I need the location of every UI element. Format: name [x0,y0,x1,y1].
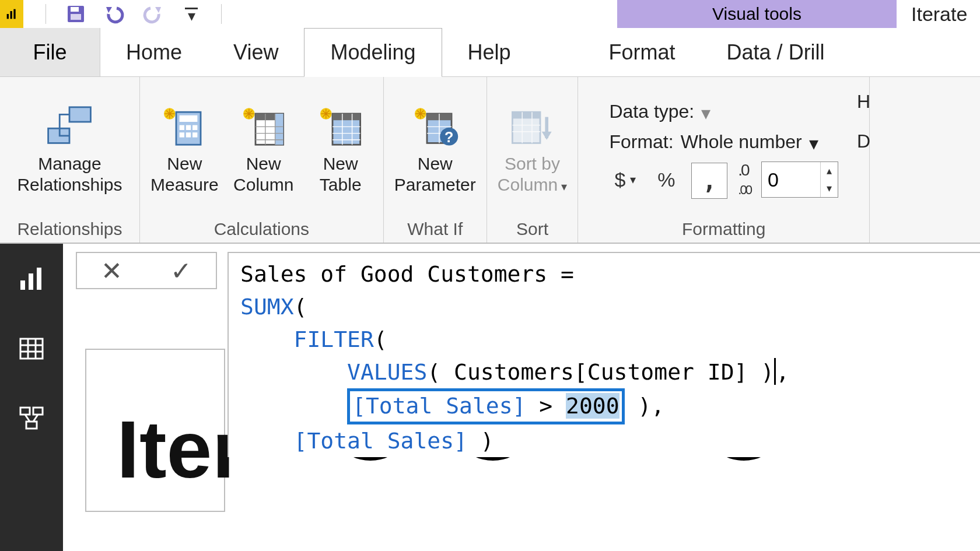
report-view-button[interactable] [14,261,49,296]
dax-measure-ref: [Total Sales] [352,393,526,419]
tab-data-drill[interactable]: Data / Drill [701,28,850,77]
svg-rect-15 [186,132,191,137]
dax-function: FILTER [294,327,374,352]
svg-rect-33 [37,268,41,290]
currency-format-button[interactable]: $▾ [609,162,641,198]
tab-help[interactable]: Help [442,28,537,77]
data-view-button[interactable] [14,331,49,366]
svg-rect-11 [180,125,184,130]
file-tab[interactable]: File [0,28,100,77]
svg-rect-37 [26,422,37,429]
dax-formula-editor[interactable]: Sales of Good Customers = SUMX( FILTER( … [228,252,980,457]
data-type-dropdown[interactable]: ▾ [701,102,710,124]
canvas-background-text: Iter [117,402,244,497]
tab-view[interactable]: View [208,28,304,77]
report-canvas-edge [85,349,225,512]
svg-rect-14 [180,132,184,137]
visual-tools-contextual-tab: Visual tools [617,0,897,28]
group-label-relationships: Relationships [17,216,122,239]
tab-format[interactable]: Format [583,28,701,77]
svg-rect-12 [186,125,191,130]
svg-rect-16 [192,132,197,137]
tab-modeling[interactable]: Modeling [304,28,442,77]
svg-rect-2 [13,9,15,19]
svg-rect-32 [29,273,33,290]
window-title-fragment: Iterate [911,0,967,28]
undo-button[interactable] [101,2,128,26]
svg-rect-30 [513,112,541,118]
table-icon [316,103,365,149]
svg-rect-35 [20,408,30,415]
redo-button[interactable] [139,2,166,26]
format-value[interactable]: Whole number [681,131,802,153]
data-type-label: Data type: [609,101,694,122]
thousands-separator-button[interactable]: , [691,163,727,199]
format-label: Format: [609,131,673,153]
svg-rect-6 [69,107,90,122]
svg-rect-10 [180,115,198,122]
group-label-sort: Sort [516,216,548,239]
dax-column-ref: Customers[Customer ID] [454,359,747,385]
save-button[interactable] [62,2,89,26]
spinner-up[interactable]: ▴ [821,162,838,180]
format-dropdown[interactable]: ▾ [809,132,818,155]
svg-text:?: ? [444,129,453,145]
manage-relationships-button[interactable]: Manage Relationships [17,103,122,195]
qat-separator [46,4,46,24]
spinner-down[interactable]: ▾ [821,180,838,197]
text-caret [774,358,776,385]
group-label-whatif: What If [407,216,463,239]
model-view-button[interactable] [14,401,49,436]
tab-home[interactable]: Home [100,28,208,77]
column-icon [239,103,288,149]
qat-customize-dropdown[interactable]: ▾ [178,2,205,26]
dax-measure-ref: [Total Sales] [294,428,467,454]
edge-text: D [857,131,870,152]
svg-rect-36 [33,408,43,415]
parameter-icon: ? [411,103,460,149]
svg-rect-13 [192,125,197,130]
decimals-input[interactable] [762,162,820,197]
edge-text: H [857,91,870,113]
new-column-button[interactable]: New Column [232,103,296,195]
relationships-icon [45,103,94,149]
measure-name: Sales of Good Customers [240,261,547,287]
svg-rect-23 [332,114,360,120]
svg-rect-5 [71,14,81,20]
decimals-spinner[interactable]: ▴ ▾ [761,162,838,198]
svg-rect-1 [10,11,12,19]
sort-by-column-button[interactable]: Sort by Column▾ [498,103,567,195]
selected-text: 2000 [566,393,620,419]
annotation-highlight-box: [Total Sales] > 2000 [347,388,625,424]
new-measure-button[interactable]: New Measure [150,103,219,195]
qat-separator [221,4,222,24]
chevron-down-icon: ▾ [561,180,567,193]
group-label-formatting: Formatting [682,216,765,239]
app-icon [0,0,23,28]
sort-icon [508,103,556,149]
new-table-button[interactable]: New Table [309,103,373,195]
decimal-icon: .0.00 [738,161,751,198]
cancel-formula-button[interactable]: ✕ [101,256,123,286]
svg-rect-34 [20,339,43,359]
commit-formula-button[interactable]: ✓ [170,256,192,286]
new-parameter-button[interactable]: ? New Parameter [394,103,476,195]
group-label-calculations: Calculations [214,216,309,239]
svg-rect-4 [71,7,79,12]
svg-rect-0 [7,14,9,19]
percent-format-button[interactable]: % [652,162,681,198]
dax-function: VALUES [347,359,427,385]
measure-icon [160,103,209,149]
dax-function: SUMX [240,294,294,320]
svg-rect-31 [20,280,25,290]
